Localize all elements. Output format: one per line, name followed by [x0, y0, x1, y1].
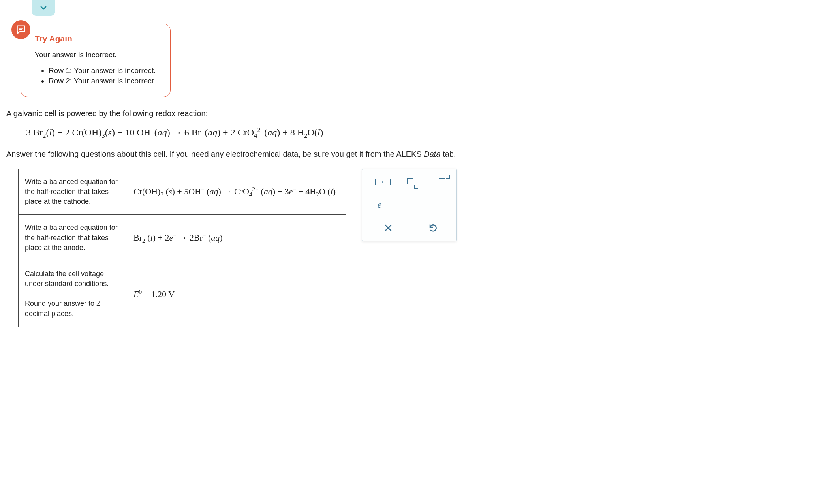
- table-row: Write a balanced equation for the half-r…: [19, 169, 346, 215]
- feedback-title: Try Again: [35, 34, 158, 43]
- overall-redox-equation: 3 Br2(l) + 2 Cr(OH)3(s) + 10 OH−(aq) → 6…: [26, 126, 832, 140]
- anode-prompt: Write a balanced equation for the half-r…: [19, 215, 127, 261]
- equation-toolbox: → e−: [362, 169, 457, 241]
- voltage-answer-cell[interactable]: E0 = 1.20 V: [127, 261, 346, 327]
- cathode-answer-cell[interactable]: Cr(OH)3 (s) + 5OH− (aq) → CrO42− (aq) + …: [127, 169, 346, 215]
- anode-answer-equation: Br2 (l) + 2e− → 2Br− (aq): [133, 233, 223, 243]
- electron-tool[interactable]: e−: [372, 198, 387, 212]
- undo-icon: [428, 223, 438, 233]
- question-intro: A galvanic cell is powered by the follow…: [6, 109, 832, 118]
- question-body: A galvanic cell is powered by the follow…: [0, 109, 838, 327]
- superscript-box-icon: [446, 175, 450, 179]
- feedback-speech-icon: [11, 20, 30, 39]
- feedback-bullet: Row 1: Your answer is incorrect.: [49, 66, 158, 75]
- placeholder-box-icon: [407, 178, 413, 184]
- table-row: Write a balanced equation for the half-r…: [19, 215, 346, 261]
- data-tab-reference: Data: [424, 150, 440, 158]
- feedback-container: Try Again Your answer is incorrect. Row …: [5, 24, 838, 97]
- undo-button[interactable]: [425, 221, 441, 235]
- placeholder-box-icon: [372, 179, 376, 185]
- electron-icon: e−: [378, 199, 382, 210]
- reaction-arrow-tool[interactable]: →: [372, 175, 391, 189]
- clear-button[interactable]: [380, 221, 396, 235]
- table-row: Calculate the cell voltage under standar…: [19, 261, 346, 327]
- voltage-prompt: Calculate the cell voltage under standar…: [19, 261, 127, 327]
- superscript-tool[interactable]: [434, 175, 450, 189]
- subscript-tool[interactable]: [402, 175, 418, 189]
- subscript-box-icon: [414, 185, 418, 189]
- cathode-answer-equation: Cr(OH)3 (s) + 5OH− (aq) → CrO42− (aq) + …: [133, 186, 336, 196]
- cathode-prompt: Write a balanced equation for the half-r…: [19, 169, 127, 215]
- answer-table: Write a balanced equation for the half-r…: [18, 169, 346, 327]
- arrow-icon: →: [377, 177, 385, 186]
- feedback-summary: Your answer is incorrect.: [35, 51, 158, 59]
- expand-chevron-button[interactable]: [32, 0, 55, 16]
- placeholder-box-icon: [439, 178, 445, 184]
- feedback-bullet-list: Row 1: Your answer is incorrect. Row 2: …: [35, 66, 158, 85]
- feedback-bubble: Try Again Your answer is incorrect. Row …: [21, 24, 171, 97]
- x-icon: [383, 223, 393, 233]
- placeholder-box-icon: [387, 179, 391, 185]
- question-instruction: Answer the following questions about thi…: [6, 150, 832, 159]
- voltage-answer: E0 = 1.20 V: [133, 289, 175, 299]
- chevron-down-icon: [39, 3, 48, 13]
- anode-answer-cell[interactable]: Br2 (l) + 2e− → 2Br− (aq): [127, 215, 346, 261]
- feedback-bullet: Row 2: Your answer is incorrect.: [49, 77, 158, 85]
